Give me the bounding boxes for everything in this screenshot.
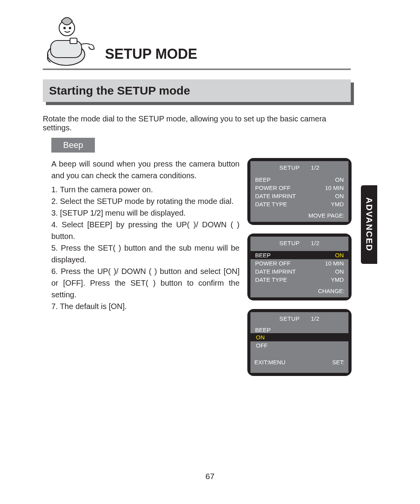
lcd-title-text: SETUP: [279, 240, 299, 246]
svg-point-4: [69, 27, 71, 29]
step: 1. Turn the camera power on.: [51, 184, 240, 195]
lcd-screen-1: SETUP 1/2 BEEP ON POWER OFF 10 MIN DATE …: [247, 158, 352, 225]
body-column: A beep will sound when you press the cam…: [51, 158, 240, 312]
lcd-row: DATE TYPE YMD: [254, 200, 345, 208]
lcd-screen-3: SETUP 1/2 BEEP ON OFF EXIT:MENU SET:: [247, 309, 352, 376]
lcd-row-label: DATE TYPE: [255, 276, 287, 283]
lcd-row: DATE TYPE YMD: [254, 276, 345, 284]
body-intro: A beep will sound when you press the cam…: [51, 158, 240, 181]
mascot-illustration: [43, 11, 101, 69]
svg-rect-5: [70, 38, 77, 44]
step: 7. The default is [ON].: [51, 300, 240, 312]
manual-page: SETUP MODE Starting the SETUP mode Rotat…: [0, 0, 420, 504]
lcd-row-label: BEEP: [255, 252, 271, 258]
lcd-row-highlight: BEEP ON: [250, 251, 348, 259]
lcd-row-value: ON: [335, 176, 344, 183]
lcd-row-label: POWER OFF: [255, 184, 290, 191]
lcd-row-value: 10 MIN: [325, 260, 344, 267]
step: 4. Select [BEEP] by pressing the UP( )/ …: [51, 219, 240, 242]
step: 2. Select the SETUP mode by rotating the…: [51, 195, 240, 207]
lcd-title-text: SETUP: [279, 315, 299, 322]
step: 5. Press the SET( ) button and the sub m…: [51, 242, 240, 265]
lcd-title: SETUP 1/2: [254, 314, 345, 327]
lcd-row-value: ON: [335, 193, 344, 199]
lcd-row-label: POWER OFF: [255, 260, 290, 267]
lcd-page: 1/2: [311, 315, 319, 322]
lcd-footer: CHANGE:: [254, 284, 345, 294]
lcd-title-text: SETUP: [279, 164, 299, 171]
title-divider: [43, 68, 351, 70]
step: 3. [SETUP 1/2] menu will be displayed.: [51, 207, 240, 219]
lcd-row-label: DATE IMPRINT: [255, 268, 296, 275]
lcd-sublabel: BEEP: [254, 327, 345, 333]
lcd-option-selected: ON: [250, 333, 348, 341]
lcd-row-value: YMD: [331, 276, 344, 283]
lcd-page: 1/2: [311, 240, 319, 246]
lcd-title: SETUP 1/2: [254, 239, 345, 251]
lcd-row-label: DATE TYPE: [255, 201, 287, 207]
step: 6. Press the UP( )/ DOWN ( ) button and …: [51, 265, 240, 300]
lcd-row-value: YMD: [331, 201, 344, 207]
steps-list: 1. Turn the camera power on. 2. Select t…: [51, 184, 240, 312]
lcd-row-label: BEEP: [255, 176, 271, 183]
lcd-footer: MOVE PAGE:: [254, 208, 345, 219]
lcd-row: BEEP ON: [254, 176, 345, 184]
lcd-row-label: DATE IMPRINT: [255, 193, 296, 199]
lcd-screen-2: SETUP 1/2 BEEP ON POWER OFF 10 MIN DATE …: [247, 234, 352, 300]
lcd-row: POWER OFF 10 MIN: [254, 184, 345, 192]
lcd-row-value: 10 MIN: [325, 184, 344, 191]
lcd-title: SETUP 1/2: [254, 163, 345, 176]
lcd-row-value: ON: [335, 268, 344, 275]
svg-point-3: [64, 27, 65, 29]
page-title: SETUP MODE: [105, 46, 197, 62]
lcd-row-value: ON: [335, 252, 344, 258]
section-heading: Starting the SETUP mode: [43, 79, 351, 102]
lcd-footer: EXIT:MENU SET:: [254, 349, 345, 365]
lcd-row: POWER OFF 10 MIN: [254, 259, 345, 267]
sub-heading-chip: Beep: [51, 138, 95, 153]
page-number: 67: [0, 472, 420, 481]
lcd-footer-right: SET:: [332, 359, 345, 365]
lcd-option: OFF: [250, 341, 348, 349]
intro-paragraph: Rotate the mode dial to the SETUP mode, …: [43, 114, 351, 132]
side-tab-advanced: ADVANCED: [361, 185, 377, 264]
lcd-footer-left: EXIT:MENU: [254, 359, 285, 365]
lcd-page: 1/2: [311, 164, 319, 171]
lcd-row: DATE IMPRINT ON: [254, 267, 345, 276]
lcd-row: DATE IMPRINT ON: [254, 192, 345, 200]
